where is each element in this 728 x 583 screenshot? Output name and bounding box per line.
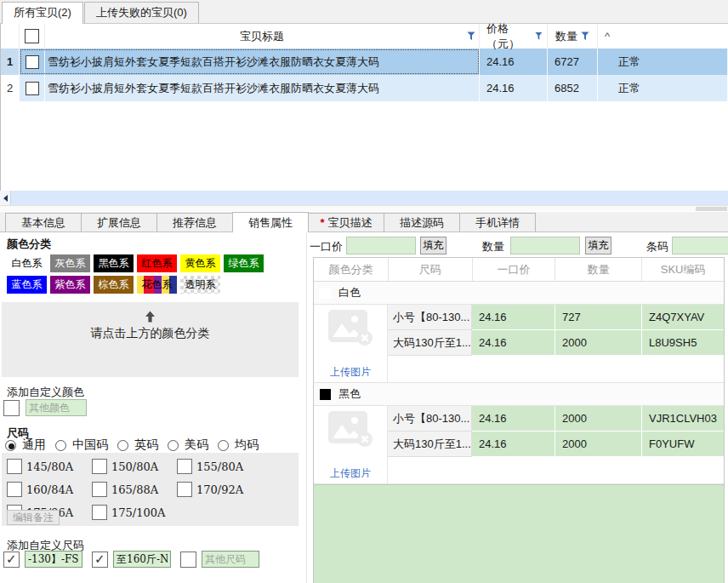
broken-image-icon [327, 309, 373, 346]
color-chip-red[interactable]: 红色系 [137, 254, 177, 272]
fill-price-button[interactable]: 填充 [420, 237, 446, 254]
sku-price-cell[interactable]: 24.16 [472, 305, 555, 330]
filter-icon[interactable] [467, 31, 475, 41]
tab-extended-info[interactable]: 扩展信息 [81, 213, 157, 231]
product-title-cell[interactable]: 雪纺衫小披肩短外套女夏季短款百搭开衫沙滩衣服防晒衣女夏薄大码 [45, 75, 480, 101]
sku-row: 大码130斤至1... 24.16 2000 F0YUFW [388, 432, 724, 457]
product-qty-cell: 6727 [548, 49, 598, 75]
tab-mobile-detail[interactable]: 手机详情 [459, 213, 536, 231]
fill-qty-input[interactable] [510, 237, 580, 254]
size-checkbox[interactable] [7, 482, 22, 497]
sku-size-cell: 小号【80-130... [388, 305, 472, 330]
fill-price-input[interactable] [346, 237, 416, 254]
size-checkbox[interactable] [177, 482, 192, 497]
fill-qty-button[interactable]: 填充 [585, 237, 611, 254]
upload-image-link[interactable]: 上传图片 [330, 466, 371, 481]
color-chip-floral[interactable]: 花色系 [137, 276, 177, 294]
sku-table-filler [314, 484, 724, 583]
tab-sale-attributes[interactable]: 销售属性 [232, 212, 309, 232]
sku-qty-cell[interactable]: 727 [555, 305, 642, 330]
radio-us-size[interactable] [168, 440, 179, 451]
other-color-input[interactable] [26, 399, 87, 416]
detail-tabbar: 基本信息 扩展信息 推荐信息 销售属性 *宝贝描述 描述源码 手机详情 [0, 211, 728, 232]
sku-code-cell[interactable]: VJR1CLVH03 [642, 406, 724, 432]
column-price: 价格（元） [480, 24, 548, 49]
color-hint-panel: 请点击上方的颜色分类 [2, 302, 299, 377]
row-checkbox[interactable] [26, 82, 39, 95]
tab-description-source[interactable]: 描述源码 [384, 213, 460, 231]
sku-col-color: 颜色分类 [314, 258, 389, 281]
broken-image-icon [327, 410, 373, 448]
sku-code-cell[interactable]: Z4Q7XYAV [642, 305, 724, 330]
size-checkbox[interactable] [92, 505, 107, 520]
tab-basic-info[interactable]: 基本信息 [5, 213, 82, 231]
sku-image-cell: 上传图片 [314, 305, 388, 382]
custom-size-checkbox-1[interactable] [3, 552, 20, 568]
left-arrow-icon [3, 195, 8, 202]
radio-china-size[interactable] [55, 440, 66, 451]
barcode-input[interactable] [672, 237, 728, 254]
horizontal-scrollbar[interactable] [0, 205, 728, 211]
sku-col-size: 尺码 [389, 258, 473, 281]
color-chip-green[interactable]: 绿色系 [224, 254, 264, 272]
tab-all-items[interactable]: 所有宝贝(2) [2, 2, 83, 24]
radio-uk-size[interactable] [117, 440, 128, 451]
tab-item-description[interactable]: *宝贝描述 [308, 213, 384, 231]
collapse-caret[interactable]: ^ [605, 30, 610, 43]
select-all-cell [20, 24, 45, 49]
sku-qty-cell[interactable]: 2000 [555, 432, 642, 457]
color-chip-brown[interactable]: 棕色系 [94, 276, 134, 294]
color-chip-blue[interactable]: 蓝色系 [7, 276, 47, 294]
size-option: 150/80A [92, 456, 177, 477]
sku-qty-cell[interactable]: 2000 [555, 406, 642, 432]
product-row[interactable]: 1 雪纺衫小披肩短外套女夏季短款百搭开衫沙滩衣服防晒衣女夏薄大码 24.16 6… [1, 49, 728, 75]
size-checkbox[interactable] [92, 459, 107, 474]
column-title: 宝贝标题 [45, 24, 480, 49]
color-chip-gray[interactable]: 灰色系 [50, 254, 90, 272]
custom-size-input-3[interactable] [202, 551, 259, 568]
color-chip-white[interactable]: 白色系 [7, 254, 47, 272]
custom-size-input-2[interactable] [113, 551, 171, 568]
radio-generic[interactable] [5, 440, 16, 451]
product-status-cell: 正常 [598, 75, 728, 101]
sku-price-cell[interactable]: 24.16 [472, 330, 555, 356]
row-checkbox-cell [20, 49, 45, 75]
size-checkbox[interactable] [92, 482, 107, 497]
color-chip-purple[interactable]: 紫色系 [50, 276, 90, 294]
product-row[interactable]: 2 雪纺衫小披肩短外套女夏季短款百搭开衫沙滩衣服防晒衣女夏薄大码 24.16 6… [1, 75, 728, 101]
select-all-checkbox[interactable] [25, 29, 39, 43]
sku-qty-cell[interactable]: 2000 [555, 330, 642, 356]
column-quantity-label: 数量 [555, 29, 577, 44]
sku-col-code: SKU编码 [642, 258, 724, 281]
filter-icon[interactable] [581, 31, 589, 41]
row-checkbox-cell [20, 75, 45, 101]
scroll-left-button[interactable] [0, 191, 11, 205]
sku-image-cell: 上传图片 [314, 406, 388, 483]
custom-size-checkbox-3[interactable] [180, 552, 196, 568]
edit-note-button[interactable]: 编辑备注 [7, 510, 60, 525]
size-checkbox[interactable] [177, 459, 192, 474]
color-chip-transparent[interactable]: 透明系 [180, 276, 220, 294]
filter-icon[interactable] [535, 31, 543, 41]
sku-code-cell[interactable]: L8U9SH5 [642, 330, 724, 356]
size-checkbox[interactable] [7, 459, 22, 474]
row-checkbox[interactable] [26, 55, 39, 69]
custom-color-checkbox[interactable] [3, 400, 20, 416]
color-swatch [320, 288, 331, 299]
custom-size-input-1[interactable] [25, 551, 82, 568]
tab-upload-failed-items[interactable]: 上传失败的宝贝(0) [84, 2, 199, 23]
sku-group-block: 上传图片 小号【80-130... 24.16 2000 VJR1CLVH03 … [314, 406, 724, 484]
color-chip-yellow[interactable]: 黄色系 [180, 254, 220, 272]
sku-col-price: 一口价 [473, 258, 556, 281]
upload-image-link[interactable]: 上传图片 [330, 365, 371, 380]
color-chip-black[interactable]: 黑色系 [94, 254, 134, 272]
custom-size-checkbox-2[interactable] [92, 552, 108, 568]
sku-price-cell[interactable]: 24.16 [472, 406, 555, 432]
sku-rows: 小号【80-130... 24.16 2000 VJR1CLVH03 大码130… [388, 406, 724, 483]
tab-recommend-info[interactable]: 推荐信息 [156, 213, 233, 231]
sku-price-cell[interactable]: 24.16 [472, 432, 555, 457]
sku-code-cell[interactable]: F0YUFW [642, 432, 724, 457]
radio-one-size[interactable] [218, 440, 229, 451]
sku-rows: 小号【80-130... 24.16 727 Z4Q7XYAV 大码130斤至1… [388, 305, 724, 382]
product-title-cell[interactable]: 雪纺衫小披肩短外套女夏季短款百搭开衫沙滩衣服防晒衣女夏薄大码 [45, 49, 480, 75]
